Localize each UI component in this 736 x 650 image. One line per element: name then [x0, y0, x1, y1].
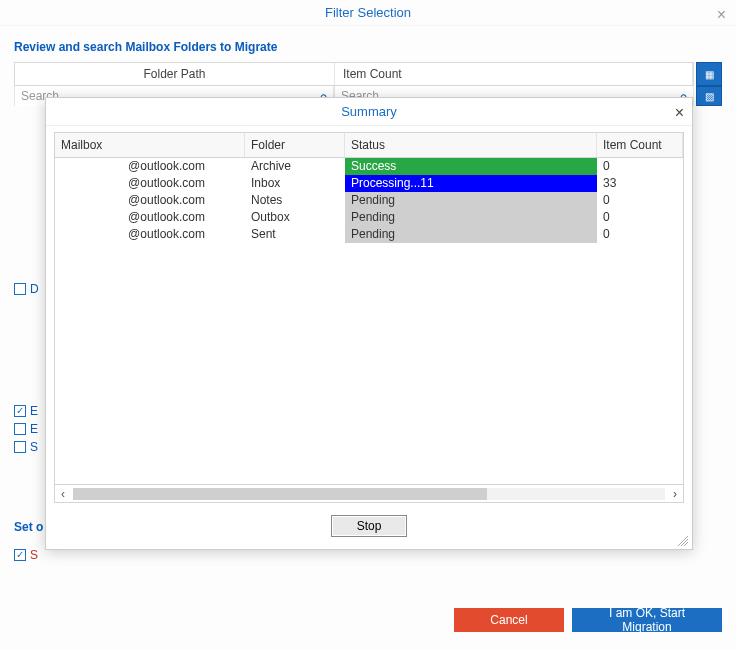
option-e1-label: E — [30, 404, 38, 418]
option-s-label: S — [30, 440, 38, 454]
table-row[interactable]: @outlook.comOutboxPending0 — [55, 209, 683, 226]
outer-title: Filter Selection — [325, 5, 411, 20]
cell-mailbox: @outlook.com — [55, 209, 245, 226]
deselect-all-button[interactable]: ▨ — [696, 86, 722, 106]
option-d-label: D — [30, 282, 39, 296]
checkbox-s-unchecked[interactable] — [14, 441, 26, 453]
dialog-titlebar: Summary × — [46, 98, 692, 126]
option-e2-label: E — [30, 422, 38, 436]
col-header-mailbox[interactable]: Mailbox — [55, 133, 245, 157]
summary-dialog: Summary × Mailbox Folder Status Item Cou… — [45, 97, 693, 550]
summary-grid: Mailbox Folder Status Item Count @outloo… — [54, 132, 684, 485]
option-group-mid: ✓ E E S — [14, 404, 38, 454]
scroll-left-icon[interactable]: ‹ — [55, 487, 71, 501]
cell-count: 33 — [597, 175, 683, 192]
close-icon[interactable]: × — [717, 6, 726, 24]
col-header-folder[interactable]: Folder — [245, 133, 345, 157]
cell-folder: Notes — [245, 192, 345, 209]
checkbox-grid-icon: ▦ — [705, 69, 714, 80]
col-header-count[interactable]: Item Count — [597, 133, 683, 157]
checkbox-e1-checked[interactable]: ✓ — [14, 405, 26, 417]
cell-status: Pending — [345, 209, 597, 226]
start-migration-button[interactable]: I am OK, Start Migration — [572, 608, 722, 632]
grid-header-row: Mailbox Folder Status Item Count — [55, 133, 683, 158]
outer-titlebar: Filter Selection × — [0, 0, 736, 26]
checkbox-clear-icon: ▨ — [705, 91, 714, 102]
cell-status: Pending — [345, 226, 597, 243]
cell-folder: Sent — [245, 226, 345, 243]
checkbox-set-s-checked[interactable]: ✓ — [14, 549, 26, 561]
col-header-folder-path[interactable]: Folder Path — [15, 63, 335, 85]
cell-status: Pending — [345, 192, 597, 209]
cell-status: Success — [345, 158, 597, 175]
dialog-title: Summary — [341, 104, 397, 119]
checkbox-e2-unchecked[interactable] — [14, 423, 26, 435]
checkbox-d-unchecked[interactable] — [14, 283, 26, 295]
grid-body: @outlook.comArchiveSuccess0@outlook.comI… — [55, 158, 683, 484]
cell-count: 0 — [597, 192, 683, 209]
cell-count: 0 — [597, 209, 683, 226]
cell-mailbox: @outlook.com — [55, 158, 245, 175]
cell-folder: Inbox — [245, 175, 345, 192]
cell-folder: Outbox — [245, 209, 345, 226]
cell-folder: Archive — [245, 158, 345, 175]
horizontal-scrollbar[interactable]: ‹ › — [54, 485, 684, 503]
select-all-button[interactable]: ▦ — [696, 62, 722, 86]
footer-buttons: Cancel I am OK, Start Migration — [454, 608, 722, 632]
scroll-right-icon[interactable]: › — [667, 487, 683, 501]
scroll-track[interactable] — [73, 488, 665, 500]
stop-button[interactable]: Stop — [331, 515, 407, 537]
dialog-footer: Stop — [46, 503, 692, 549]
set-s-label: S — [30, 548, 38, 562]
cell-count: 0 — [597, 158, 683, 175]
table-row[interactable]: @outlook.comSentPending0 — [55, 226, 683, 243]
col-header-item-count[interactable]: Item Count — [335, 63, 693, 85]
resize-grip-icon[interactable] — [678, 536, 688, 546]
table-row[interactable]: @outlook.comNotesPending0 — [55, 192, 683, 209]
table-row[interactable]: @outlook.comArchiveSuccess0 — [55, 158, 683, 175]
cell-mailbox: @outlook.com — [55, 226, 245, 243]
cell-mailbox: @outlook.com — [55, 175, 245, 192]
scroll-thumb[interactable] — [73, 488, 487, 500]
close-icon[interactable]: × — [675, 104, 684, 122]
cell-mailbox: @outlook.com — [55, 192, 245, 209]
set-section-heading: Set o — [14, 520, 43, 534]
column-header-row: Folder Path Item Count ▦ — [14, 62, 722, 86]
section-heading: Review and search Mailbox Folders to Mig… — [0, 26, 736, 62]
set-option-row: ✓ S — [14, 548, 38, 562]
cancel-button[interactable]: Cancel — [454, 608, 564, 632]
table-row[interactable]: @outlook.comInboxProcessing...1133 — [55, 175, 683, 192]
cell-count: 0 — [597, 226, 683, 243]
cell-status: Processing...11 — [345, 175, 597, 192]
col-header-status[interactable]: Status — [345, 133, 597, 157]
option-group-top: D — [14, 282, 39, 296]
